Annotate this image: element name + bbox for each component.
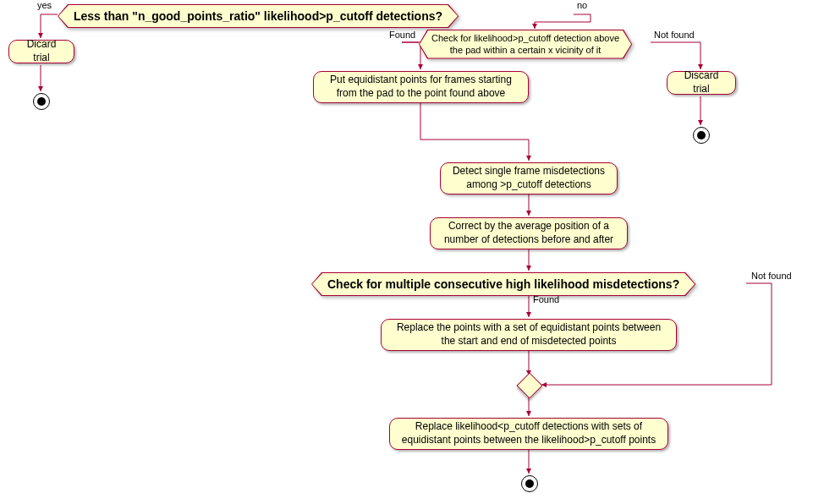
edge-label-no: no bbox=[577, 0, 587, 10]
action-discard-trial-right: Discard trial bbox=[667, 71, 736, 95]
action-put-equidistant-points: Put equidistant points for frames starti… bbox=[313, 71, 529, 103]
action-discard-trial-left: Dicard trial bbox=[8, 40, 74, 63]
edge-label-notfound-d3: Not found bbox=[751, 271, 792, 281]
end-node-left bbox=[33, 93, 50, 110]
action-replace-low-likelihood: Replace likelihood<p_cutoff detections w… bbox=[389, 418, 668, 450]
action-correct-by-average: Correct by the average position of anumb… bbox=[430, 217, 628, 249]
edge-label-found-d2: Found bbox=[389, 30, 415, 40]
action-detect-single-frame: Detect single frame misdetectionsamong >… bbox=[440, 162, 618, 194]
edge-label-notfound-d2: Not found bbox=[654, 30, 695, 40]
end-node-bottom bbox=[521, 475, 538, 492]
end-node-right bbox=[693, 127, 710, 144]
decision-n-good-points-ratio: Less than "n_good_points_ratio" likeliho… bbox=[58, 4, 459, 28]
merge-diamond bbox=[516, 372, 542, 398]
decision-check-above-pad: Check for likelihood>p_cutoff detection … bbox=[419, 30, 632, 59]
action-replace-with-equidistant-set: Replace the points with a set of equidis… bbox=[381, 319, 677, 351]
decision-multiple-consecutive: Check for multiple consecutive high like… bbox=[311, 272, 695, 296]
edge-label-yes: yes bbox=[37, 0, 52, 10]
edge-label-found-d3: Found bbox=[533, 294, 559, 304]
